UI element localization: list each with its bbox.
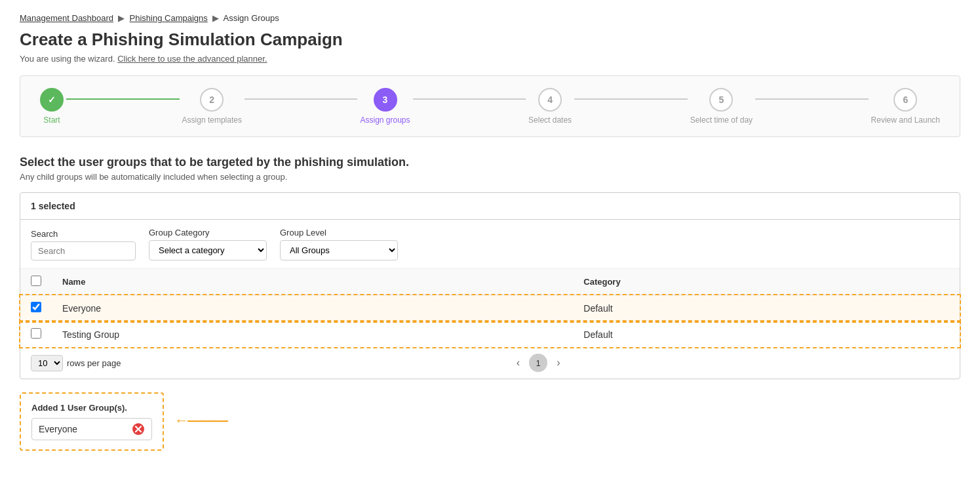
- arrow-annotation-2: ←———: [174, 412, 227, 429]
- remove-everyone-button[interactable]: [132, 423, 145, 436]
- row-name-0: Everyone: [52, 295, 573, 321]
- step-4: 4 Select dates: [528, 88, 572, 125]
- added-groups-title: Added 1 User Group(s).: [31, 403, 152, 413]
- table-row: Testing GroupDefault: [20, 321, 960, 348]
- row-checkbox-1[interactable]: [31, 328, 41, 339]
- step-5-circle: 5: [709, 88, 733, 112]
- category-group: Group Category Select a category: [149, 228, 267, 260]
- rows-per-page-label: rows per page: [67, 358, 121, 368]
- advanced-planner-link[interactable]: Click here to use the advanced planner.: [117, 54, 267, 64]
- added-groups-box: Added 1 User Group(s). Everyone: [20, 392, 164, 451]
- step-4-circle: 4: [538, 88, 562, 112]
- filter-row: Search Group Category Select a category …: [20, 220, 960, 269]
- col-category-header: Category: [573, 269, 960, 295]
- step-line-2: [245, 98, 358, 100]
- step-3-circle: 3: [374, 88, 397, 112]
- step-6: 6 Review and Launch: [871, 88, 940, 125]
- breadcrumb-management[interactable]: Management Dashboard: [20, 13, 113, 23]
- group-tag-label: Everyone: [39, 424, 77, 434]
- row-name-1: Testing Group: [52, 321, 573, 348]
- remove-icon: [132, 423, 145, 436]
- group-tag-everyone: Everyone: [31, 418, 152, 440]
- step-1-label: Start: [43, 115, 60, 125]
- row-category-1: Default: [573, 321, 960, 348]
- level-group: Group Level All Groups: [280, 228, 398, 260]
- step-2: 2 Assign templates: [182, 88, 242, 125]
- breadcrumb: Management Dashboard ▶ Phishing Campaign…: [20, 13, 960, 23]
- table-header-row: Name Category: [20, 269, 960, 295]
- page-navigation: ‹ 1 ›: [513, 354, 564, 372]
- category-select[interactable]: Select a category: [149, 240, 267, 260]
- step-6-label: Review and Launch: [871, 115, 940, 125]
- step-6-circle: 6: [893, 88, 917, 112]
- step-4-label: Select dates: [528, 115, 572, 125]
- step-3-label: Assign groups: [360, 115, 410, 125]
- search-label: Search: [31, 229, 136, 239]
- next-page-button[interactable]: ›: [553, 356, 564, 370]
- page-subtitle: You are using the wizard. Click here to …: [20, 54, 960, 64]
- row-category-0: Default: [573, 295, 960, 321]
- step-3: 3 Assign groups: [360, 88, 410, 125]
- step-line-5: [755, 98, 869, 100]
- step-2-circle: 2: [200, 88, 224, 112]
- select-all-checkbox[interactable]: [31, 276, 41, 286]
- section-title: Select the user groups that to be target…: [20, 156, 960, 169]
- groups-table: Name Category EveryoneDefaultTesting Gro…: [20, 269, 960, 347]
- prev-page-button[interactable]: ‹: [513, 356, 524, 370]
- step-1-circle: ✓: [40, 88, 64, 112]
- step-line-4: [574, 98, 688, 100]
- breadcrumb-campaigns[interactable]: Phishing Campaigns: [130, 13, 208, 23]
- col-name-header: Name: [52, 269, 573, 295]
- level-label: Group Level: [280, 228, 398, 238]
- table-row: EveryoneDefault: [20, 295, 960, 321]
- page-title: Create a Phishing Simulation Campaign: [20, 30, 960, 50]
- current-page: 1: [529, 354, 547, 372]
- row-checkbox-0[interactable]: [31, 302, 41, 312]
- pagination-row: 10 rows per page ‹ 1 ›: [20, 347, 960, 379]
- step-5: 5 Select time of day: [690, 88, 753, 125]
- level-select[interactable]: All Groups: [280, 240, 398, 260]
- selected-count: 1 selected: [20, 193, 960, 220]
- search-input[interactable]: [31, 241, 136, 260]
- rows-per-page: 10 rows per page: [31, 355, 121, 371]
- rows-per-page-select[interactable]: 10: [31, 355, 63, 371]
- search-group: Search: [31, 229, 136, 260]
- progress-bar: ✓ Start 2 Assign templates 3 Assign grou…: [20, 75, 960, 137]
- step-line-3: [413, 98, 526, 100]
- step-1: ✓ Start: [40, 88, 64, 125]
- groups-table-container: 1 selected Search Group Category Select …: [20, 192, 960, 379]
- step-line-1: [66, 98, 180, 100]
- step-5-label: Select time of day: [690, 115, 753, 125]
- section-desc: Any child groups will be automatically i…: [20, 172, 960, 182]
- breadcrumb-current: Assign Groups: [224, 13, 279, 23]
- step-2-label: Assign templates: [182, 115, 242, 125]
- category-label: Group Category: [149, 228, 267, 238]
